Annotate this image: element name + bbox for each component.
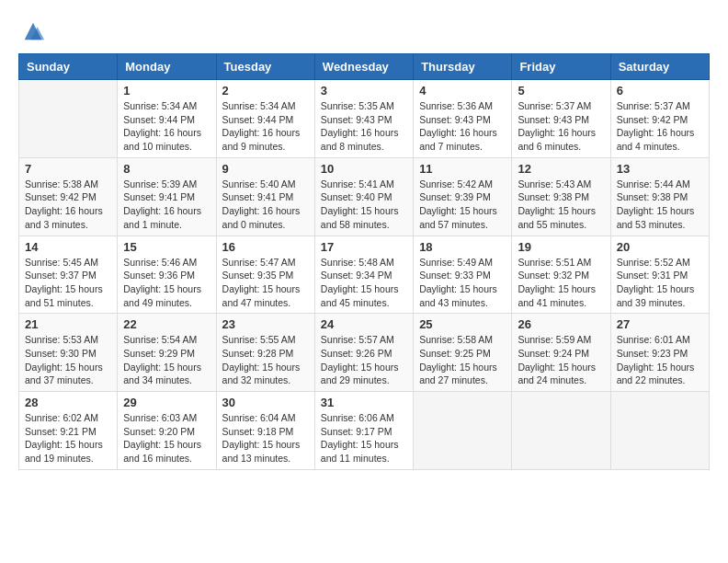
day-info: Sunrise: 5:59 AM Sunset: 9:24 PM Dayligh…: [518, 333, 604, 387]
day-number: 9: [222, 162, 309, 176]
calendar-cell: 14Sunrise: 5:45 AM Sunset: 9:37 PM Dayli…: [19, 236, 118, 314]
day-info: Sunrise: 5:52 AM Sunset: 9:31 PM Dayligh…: [617, 256, 703, 310]
day-info: Sunrise: 6:03 AM Sunset: 9:20 PM Dayligh…: [123, 411, 210, 465]
column-header-thursday: Thursday: [414, 54, 512, 80]
day-info: Sunrise: 5:45 AM Sunset: 9:37 PM Dayligh…: [25, 256, 111, 310]
page-header: [18, 18, 710, 44]
day-number: 31: [321, 396, 407, 409]
calendar-cell: 26Sunrise: 5:59 AM Sunset: 9:24 PM Dayli…: [512, 314, 610, 392]
day-info: Sunrise: 6:04 AM Sunset: 9:18 PM Dayligh…: [222, 411, 309, 465]
calendar-cell: 19Sunrise: 5:51 AM Sunset: 9:32 PM Dayli…: [512, 236, 610, 314]
day-info: Sunrise: 5:34 AM Sunset: 9:44 PM Dayligh…: [123, 99, 210, 154]
day-info: Sunrise: 6:06 AM Sunset: 9:17 PM Dayligh…: [321, 411, 407, 465]
day-info: Sunrise: 5:39 AM Sunset: 9:41 PM Dayligh…: [123, 178, 210, 232]
calendar-body: 1Sunrise: 5:34 AM Sunset: 9:44 PM Daylig…: [19, 80, 710, 470]
day-number: 18: [419, 240, 506, 254]
day-number: 7: [25, 162, 111, 176]
day-info: Sunrise: 5:42 AM Sunset: 9:39 PM Dayligh…: [419, 178, 506, 232]
day-info: Sunrise: 5:37 AM Sunset: 9:43 PM Dayligh…: [518, 99, 604, 154]
column-header-sunday: Sunday: [19, 54, 118, 80]
day-info: Sunrise: 5:36 AM Sunset: 9:43 PM Dayligh…: [419, 99, 506, 154]
calendar-cell: 11Sunrise: 5:42 AM Sunset: 9:39 PM Dayli…: [414, 157, 512, 236]
calendar-cell: 30Sunrise: 6:04 AM Sunset: 9:18 PM Dayli…: [216, 392, 314, 470]
day-number: 1: [123, 84, 210, 98]
column-header-wednesday: Wednesday: [314, 54, 413, 80]
day-number: 3: [321, 84, 407, 98]
day-info: Sunrise: 5:55 AM Sunset: 9:28 PM Dayligh…: [222, 333, 309, 387]
day-info: Sunrise: 5:34 AM Sunset: 9:44 PM Dayligh…: [222, 99, 309, 154]
day-info: Sunrise: 5:54 AM Sunset: 9:29 PM Dayligh…: [123, 333, 210, 387]
calendar-cell: 18Sunrise: 5:49 AM Sunset: 9:33 PM Dayli…: [414, 236, 512, 314]
calendar-week-5: 28Sunrise: 6:02 AM Sunset: 9:21 PM Dayli…: [19, 392, 710, 470]
day-info: Sunrise: 5:41 AM Sunset: 9:40 PM Dayligh…: [321, 178, 407, 232]
calendar-cell: 12Sunrise: 5:43 AM Sunset: 9:38 PM Dayli…: [512, 157, 610, 236]
column-header-tuesday: Tuesday: [216, 54, 314, 80]
day-info: Sunrise: 5:40 AM Sunset: 9:41 PM Dayligh…: [222, 178, 309, 232]
day-number: 2: [222, 84, 309, 98]
calendar-table: SundayMondayTuesdayWednesdayThursdayFrid…: [18, 53, 710, 470]
day-number: 8: [123, 162, 210, 176]
day-info: Sunrise: 5:46 AM Sunset: 9:36 PM Dayligh…: [123, 256, 210, 310]
calendar-cell: 13Sunrise: 5:44 AM Sunset: 9:38 PM Dayli…: [610, 157, 709, 236]
day-number: 16: [222, 240, 309, 254]
day-number: 23: [222, 317, 309, 331]
column-header-saturday: Saturday: [610, 54, 709, 80]
calendar-cell: [19, 80, 118, 158]
logo: [18, 18, 46, 44]
calendar-cell: 28Sunrise: 6:02 AM Sunset: 9:21 PM Dayli…: [19, 392, 118, 470]
logo-icon: [20, 18, 46, 44]
day-info: Sunrise: 5:48 AM Sunset: 9:34 PM Dayligh…: [321, 256, 407, 310]
calendar-cell: 27Sunrise: 6:01 AM Sunset: 9:23 PM Dayli…: [610, 314, 709, 392]
day-info: Sunrise: 5:37 AM Sunset: 9:42 PM Dayligh…: [617, 99, 703, 154]
calendar-cell: 15Sunrise: 5:46 AM Sunset: 9:36 PM Dayli…: [118, 236, 216, 314]
day-number: 30: [222, 396, 309, 409]
day-number: 14: [25, 240, 111, 254]
day-number: 21: [25, 317, 111, 331]
day-number: 6: [617, 84, 703, 98]
column-header-friday: Friday: [512, 54, 610, 80]
day-number: 10: [321, 162, 407, 176]
day-number: 29: [123, 396, 210, 409]
calendar-cell: 7Sunrise: 5:38 AM Sunset: 9:42 PM Daylig…: [19, 157, 118, 236]
day-info: Sunrise: 5:38 AM Sunset: 9:42 PM Dayligh…: [25, 178, 111, 232]
day-number: 5: [518, 84, 604, 98]
day-number: 24: [321, 317, 407, 331]
day-info: Sunrise: 5:53 AM Sunset: 9:30 PM Dayligh…: [25, 333, 111, 387]
calendar-cell: 6Sunrise: 5:37 AM Sunset: 9:42 PM Daylig…: [610, 80, 709, 158]
calendar-cell: 4Sunrise: 5:36 AM Sunset: 9:43 PM Daylig…: [414, 80, 512, 158]
calendar-cell: 3Sunrise: 5:35 AM Sunset: 9:43 PM Daylig…: [314, 80, 413, 158]
day-number: 17: [321, 240, 407, 254]
calendar-week-2: 7Sunrise: 5:38 AM Sunset: 9:42 PM Daylig…: [19, 157, 710, 236]
column-header-monday: Monday: [118, 54, 216, 80]
day-number: 22: [123, 317, 210, 331]
calendar-header: SundayMondayTuesdayWednesdayThursdayFrid…: [19, 54, 710, 80]
day-info: Sunrise: 5:58 AM Sunset: 9:25 PM Dayligh…: [419, 333, 506, 387]
calendar-cell: 22Sunrise: 5:54 AM Sunset: 9:29 PM Dayli…: [118, 314, 216, 392]
calendar-week-3: 14Sunrise: 5:45 AM Sunset: 9:37 PM Dayli…: [19, 236, 710, 314]
calendar-cell: 24Sunrise: 5:57 AM Sunset: 9:26 PM Dayli…: [314, 314, 413, 392]
day-info: Sunrise: 5:47 AM Sunset: 9:35 PM Dayligh…: [222, 256, 309, 310]
calendar-cell: 20Sunrise: 5:52 AM Sunset: 9:31 PM Dayli…: [610, 236, 709, 314]
calendar-cell: 25Sunrise: 5:58 AM Sunset: 9:25 PM Dayli…: [414, 314, 512, 392]
calendar-cell: 17Sunrise: 5:48 AM Sunset: 9:34 PM Dayli…: [314, 236, 413, 314]
day-info: Sunrise: 5:35 AM Sunset: 9:43 PM Dayligh…: [321, 99, 407, 154]
calendar-cell: 31Sunrise: 6:06 AM Sunset: 9:17 PM Dayli…: [314, 392, 413, 470]
calendar-cell: 16Sunrise: 5:47 AM Sunset: 9:35 PM Dayli…: [216, 236, 314, 314]
day-number: 12: [518, 162, 604, 176]
calendar-cell: [414, 392, 512, 470]
day-number: 19: [518, 240, 604, 254]
calendar-week-1: 1Sunrise: 5:34 AM Sunset: 9:44 PM Daylig…: [19, 80, 710, 158]
day-info: Sunrise: 5:43 AM Sunset: 9:38 PM Dayligh…: [518, 178, 604, 232]
day-number: 15: [123, 240, 210, 254]
day-number: 25: [419, 317, 506, 331]
day-info: Sunrise: 5:44 AM Sunset: 9:38 PM Dayligh…: [617, 178, 703, 232]
calendar-week-4: 21Sunrise: 5:53 AM Sunset: 9:30 PM Dayli…: [19, 314, 710, 392]
calendar-cell: 2Sunrise: 5:34 AM Sunset: 9:44 PM Daylig…: [216, 80, 314, 158]
day-number: 13: [617, 162, 703, 176]
day-info: Sunrise: 6:01 AM Sunset: 9:23 PM Dayligh…: [617, 333, 703, 387]
day-number: 28: [25, 396, 111, 409]
calendar-cell: 29Sunrise: 6:03 AM Sunset: 9:20 PM Dayli…: [118, 392, 216, 470]
calendar-cell: 9Sunrise: 5:40 AM Sunset: 9:41 PM Daylig…: [216, 157, 314, 236]
calendar-cell: 23Sunrise: 5:55 AM Sunset: 9:28 PM Dayli…: [216, 314, 314, 392]
day-info: Sunrise: 6:02 AM Sunset: 9:21 PM Dayligh…: [25, 411, 111, 465]
